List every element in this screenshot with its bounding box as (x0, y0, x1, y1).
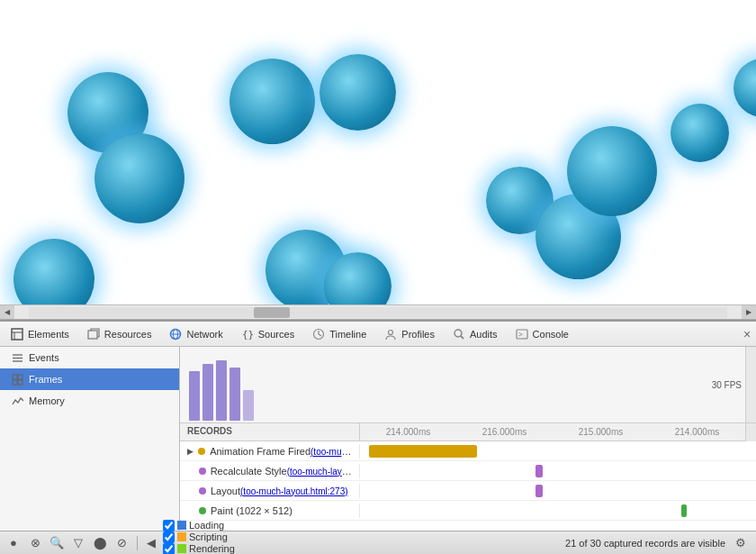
tab-audits[interactable]: Audits (444, 322, 506, 346)
tab-network-label: Network (186, 329, 222, 340)
tab-profiles-icon (383, 327, 398, 341)
svg-line-13 (461, 336, 464, 339)
tab-profiles[interactable]: Profiles (375, 322, 443, 346)
timeline-bar (216, 360, 227, 421)
record-label-paint: Paint (1022 × 512) (180, 504, 360, 518)
record-link[interactable]: (too-much-layout.html:273) (240, 486, 348, 496)
checkbox-input-scripting[interactable] (163, 531, 175, 543)
scrollbar-thumb[interactable] (254, 307, 290, 318)
svg-point-11 (389, 330, 393, 334)
tab-resources[interactable]: Resources (78, 322, 160, 346)
bubble (734, 59, 756, 117)
record-link[interactable]: (too-much-...) (310, 446, 354, 457)
sidebar-frames-label: Frames (29, 374, 62, 385)
record-bar (681, 504, 687, 517)
record-color-dot (199, 468, 206, 475)
devtools-body: EventsFramesMemory 30 FPS RECORDS 214.00… (0, 347, 756, 531)
checkbox-loading[interactable]: Loading (163, 520, 235, 531)
record-expand-arrow[interactable]: ▶ (185, 446, 195, 457)
record-text-animation-frame: Animation Frame Fired(too-much-...) (210, 446, 354, 457)
svg-point-12 (454, 330, 462, 337)
bubble (670, 104, 729, 162)
viewport-scrollbar[interactable]: ◀ ▶ (0, 304, 756, 319)
toolbar-search-btn[interactable]: 🔍 (47, 534, 67, 552)
records-right-scrollbar[interactable] (745, 423, 756, 441)
sidebar-memory-icon (11, 395, 23, 407)
tab-console-icon: >_ (515, 327, 529, 341)
checkbox-rendering[interactable]: Rendering (163, 543, 235, 555)
tab-console[interactable]: >_Console (507, 322, 577, 346)
record-bar (536, 465, 543, 477)
tab-elements-icon (10, 327, 24, 341)
tab-profiles-label: Profiles (401, 329, 435, 340)
record-link[interactable]: (too-much-layu...) (287, 466, 354, 477)
toolbar-block-btn[interactable]: ⊘ (112, 534, 131, 552)
browser-viewport: ◀ ▶ (0, 0, 756, 320)
timeline-time-label: 214.000ms (360, 427, 456, 437)
bubble (230, 59, 315, 144)
tab-sources-label: Sources (258, 329, 294, 340)
checkbox-input-loading[interactable] (163, 520, 175, 531)
tab-resources-icon (86, 327, 101, 341)
svg-rect-19 (13, 375, 17, 379)
record-text-paint: Paint (1022 × 512) (211, 505, 292, 516)
toolbar-settings-btn[interactable]: ⚙ (731, 534, 751, 552)
record-bar (369, 445, 477, 458)
timeline-time-label: 216.000ms (456, 427, 553, 437)
tab-sources[interactable]: {}Sources (232, 322, 302, 346)
sidebar-events-label: Events (29, 352, 59, 363)
tab-network-icon (168, 327, 183, 341)
checkbox-color-loading (177, 521, 186, 530)
record-color-dot (198, 448, 205, 455)
tab-timeline-label: Timeline (329, 329, 366, 340)
devtools-tabs: ElementsResourcesNetwork{}SourcesTimelin… (0, 322, 756, 347)
scrollbar-track[interactable] (29, 307, 727, 318)
checkbox-scripting[interactable]: Scripting (163, 531, 235, 543)
tab-audits-label: Audits (470, 329, 498, 340)
sidebar-frames-icon (11, 373, 23, 386)
record-bar-cell-layout (360, 481, 756, 500)
timeline-bar (189, 371, 200, 421)
svg-rect-21 (13, 380, 17, 385)
toolbar-record-btn[interactable]: ● (4, 534, 23, 552)
scroll-left-arrow[interactable]: ◀ (0, 305, 14, 320)
toolbar-back-btn[interactable]: ◀ (141, 534, 161, 552)
tab-resources-label: Resources (104, 329, 152, 340)
tab-sources-icon: {} (240, 327, 255, 341)
record-row: Recalculate Style(too-much-layu...) (180, 461, 756, 481)
record-bar-cell-animation-frame (360, 441, 756, 460)
record-row: Paint (1022 × 512) (180, 501, 756, 521)
timeline-graph-container: 30 FPS (180, 347, 756, 422)
tab-elements[interactable]: Elements (2, 322, 77, 346)
checkbox-input-rendering[interactable] (163, 543, 175, 555)
tab-network[interactable]: Network (160, 322, 230, 346)
record-bar (536, 485, 543, 497)
sidebar-item-frames[interactable]: Frames (0, 368, 179, 390)
records-section-label: RECORDS (180, 423, 360, 440)
record-text-recalculate-style: Recalculate Style(too-much-layu...) (211, 466, 354, 477)
tab-console-label: Console (533, 329, 569, 340)
sidebar-item-memory[interactable]: Memory (0, 390, 179, 412)
bubble (320, 54, 396, 131)
timeline-right-scrollbar[interactable] (745, 347, 756, 422)
records-rows: ▶Animation Frame Fired(too-much-...)Reca… (180, 441, 756, 531)
record-label-recalculate-style: Recalculate Style(too-much-layu...) (180, 464, 360, 478)
devtools-sidebar: EventsFramesMemory (0, 347, 180, 531)
tab-timeline-icon (311, 327, 326, 341)
sidebar-item-events[interactable]: Events (0, 347, 179, 368)
tab-timeline[interactable]: Timeline (303, 322, 374, 346)
devtools-bottom-toolbar: ● ⊗ 🔍 ▽ ⬤ ⊘ ◀ LoadingScriptingRenderingP… (0, 531, 756, 554)
svg-line-10 (319, 334, 321, 336)
scroll-right-arrow[interactable]: ▶ (742, 305, 756, 320)
record-label-animation-frame: ▶Animation Frame Fired(too-much-...) (180, 444, 360, 459)
svg-rect-20 (18, 375, 22, 379)
toolbar-clear-btn[interactable]: ⊗ (25, 534, 45, 552)
tab-elements-label: Elements (28, 329, 69, 340)
toolbar-dot-btn[interactable]: ⬤ (90, 534, 110, 552)
checkbox-label-rendering: Rendering (189, 543, 235, 554)
devtools-close-btn[interactable]: × (740, 327, 754, 341)
checkbox-label-loading: Loading (189, 520, 224, 531)
records-header: RECORDS 214.000ms216.000ms215.000ms214.0… (180, 423, 756, 441)
toolbar-filter-btn[interactable]: ▽ (68, 534, 88, 552)
sidebar-memory-label: Memory (29, 395, 65, 406)
